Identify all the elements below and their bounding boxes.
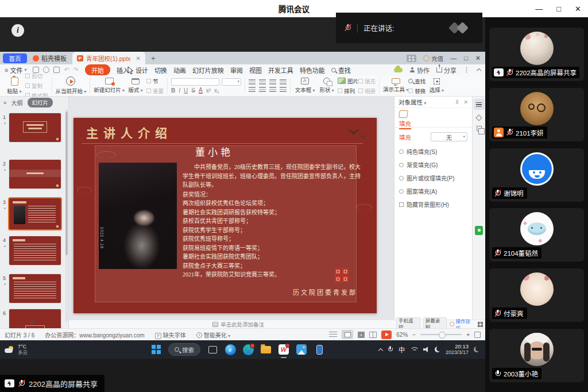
fill-tab[interactable]: 填充	[399, 119, 411, 129]
grid-layout-icon[interactable]	[478, 322, 483, 327]
plugin-icon[interactable]	[475, 226, 483, 235]
volume-icon[interactable]	[423, 347, 430, 352]
weather-widget[interactable]: 7°C 多云	[0, 344, 86, 355]
replace-button[interactable]: 替换	[408, 87, 425, 95]
participant-tile[interactable]: 2003董小艳	[489, 329, 584, 382]
browser-icon[interactable]	[242, 344, 254, 355]
fit-window-icon[interactable]	[474, 332, 481, 338]
photos-app-icon[interactable]	[296, 344, 307, 355]
zoom-level[interactable]: 62%	[396, 332, 408, 338]
collab-button[interactable]: 协作	[409, 66, 430, 75]
tray-mic-icon[interactable]	[388, 346, 393, 353]
picture-button[interactable]: 图片	[338, 77, 358, 85]
notification-center-icon[interactable]	[474, 347, 479, 352]
fill-option-pattern[interactable]: 图案填充(A)	[399, 187, 467, 195]
taskbar-search[interactable]: 搜索	[168, 343, 200, 356]
fill-type-dropdown[interactable]: 无	[431, 132, 467, 141]
shape-button[interactable]: 形状	[316, 76, 338, 95]
layout-button[interactable]: 版式	[125, 76, 146, 95]
task-view-button[interactable]	[207, 344, 218, 355]
fill-option-solid[interactable]: 纯色填充(S)	[399, 147, 467, 156]
collapse-panel-icon[interactable]: «	[3, 99, 7, 106]
font-color-button[interactable]: A	[199, 87, 203, 94]
underline-button[interactable]: U	[184, 87, 188, 94]
versions-icon[interactable]	[477, 126, 482, 131]
current-slide-canvas[interactable]: 主讲人介绍 2022.4.16 董小艳 中共预备党员，20级历史教育三班，现任院…	[74, 118, 377, 313]
clock-widget[interactable]: 20:13 2023/3/17	[446, 344, 469, 355]
file-explorer-icon[interactable]	[260, 344, 272, 355]
participant-tile[interactable]: 2202高晶的屏幕共享	[489, 28, 584, 81]
outline-tab[interactable]: 大纲	[11, 98, 23, 107]
select-button[interactable]: 选择	[425, 76, 447, 95]
close-tab-icon[interactable]: ✕	[136, 55, 141, 62]
slide-5-thumbnail[interactable]	[9, 274, 61, 303]
preview-icon[interactable]	[53, 67, 60, 73]
wps-home-tab[interactable]: 首页	[3, 53, 27, 63]
fill-option-picture[interactable]: 图片或纹理填充(P)	[399, 174, 467, 182]
participant-tile[interactable]: 付豪爽	[489, 268, 584, 322]
strikethrough-button[interactable]: S	[191, 87, 195, 94]
reset-button[interactable]: 重置	[146, 87, 164, 95]
slide-4-thumbnail[interactable]	[9, 236, 61, 265]
menu-view[interactable]: 视图	[249, 66, 262, 75]
copy-button[interactable]: 复制	[25, 82, 48, 90]
share-button[interactable]: 分享	[436, 66, 457, 75]
album-button[interactable]: 相册	[358, 87, 376, 95]
file-menu[interactable]: 文件	[5, 66, 26, 75]
pin-icon[interactable]: ⊼	[455, 99, 459, 105]
slides-tab[interactable]: 幻灯片	[28, 98, 53, 107]
presentation-tools-button[interactable]: 演示工具	[383, 76, 408, 95]
wps-minimize-button[interactable]: —	[450, 55, 457, 62]
missing-font-status[interactable]: T缺失字体	[155, 330, 186, 339]
menu-start[interactable]: 开始	[85, 64, 110, 75]
justify-icon[interactable]	[280, 79, 287, 84]
close-button[interactable]: ✕	[575, 5, 581, 13]
bold-button[interactable]: B	[171, 87, 175, 94]
collapse-ribbon-icon[interactable]	[477, 68, 481, 73]
night-light-icon[interactable]	[435, 347, 440, 352]
slide-sorter-view-icon[interactable]	[358, 332, 365, 338]
superscript-button[interactable]: x²	[206, 87, 211, 94]
hide-background-checkbox[interactable]: 隐藏背景图形(H)	[399, 200, 467, 209]
zoom-slider[interactable]	[420, 334, 462, 335]
section-button[interactable]: 节	[146, 77, 164, 85]
align-left-icon[interactable]	[249, 79, 256, 84]
notes-bar[interactable]: 单击此处添加备注	[69, 320, 394, 328]
start-button[interactable]	[150, 344, 162, 355]
wps-office-icon[interactable]: W	[278, 344, 289, 355]
arrange-button[interactable]: 排列	[338, 87, 358, 95]
align-right-icon[interactable]	[269, 79, 276, 84]
slide-1-thumbnail[interactable]	[9, 113, 61, 142]
edge-browser-icon[interactable]: e	[225, 344, 236, 355]
participant-tile[interactable]: 2101李妍	[489, 88, 584, 141]
add-slide-button[interactable]: +	[0, 317, 64, 326]
normal-view-icon[interactable]	[342, 330, 353, 339]
font-name-input[interactable]	[171, 78, 219, 86]
paste-button[interactable]: 粘贴	[3, 76, 25, 95]
meeting-info-icon[interactable]: i	[11, 24, 24, 37]
new-slide-button[interactable]: 新建幻灯片	[94, 76, 125, 95]
wifi-icon[interactable]	[410, 347, 418, 352]
menu-devtools[interactable]: 开发工具	[268, 66, 293, 75]
menu-transition[interactable]: 切换	[154, 66, 167, 75]
beautify-button[interactable]: 智能美化	[196, 330, 230, 339]
reading-view-icon[interactable]	[369, 332, 377, 338]
redo-icon[interactable]: ↷	[74, 66, 79, 74]
participant-tile[interactable]: 2104董韬然	[489, 208, 584, 262]
fill-option-gradient[interactable]: 渐变填充(G)	[399, 160, 467, 169]
wps-document-tab[interactable]: P 青年团校(1).pptx ✕	[72, 52, 145, 64]
play-slideshow-button[interactable]	[381, 330, 392, 339]
bullet-list-icon[interactable]	[249, 87, 256, 92]
close-pane-icon[interactable]: ✕	[463, 99, 468, 105]
find-menu[interactable]: 查找	[331, 66, 351, 75]
menu-design[interactable]: 设计	[136, 66, 148, 75]
slide-3-thumbnail-selected[interactable]	[9, 198, 61, 229]
ime-indicator[interactable]: 中	[399, 345, 405, 354]
slide-2-thumbnail[interactable]	[9, 160, 61, 189]
more-menu-icon[interactable]: ⋮	[463, 66, 470, 74]
play-from-current-button[interactable]: 从当前开始	[56, 76, 87, 95]
new-tab-button[interactable]: +	[151, 54, 156, 63]
wps-close-button[interactable]: ✕	[475, 55, 481, 62]
thumbnail-scrollbar[interactable]	[65, 109, 68, 322]
menu-features[interactable]: 特色功能	[300, 66, 325, 75]
